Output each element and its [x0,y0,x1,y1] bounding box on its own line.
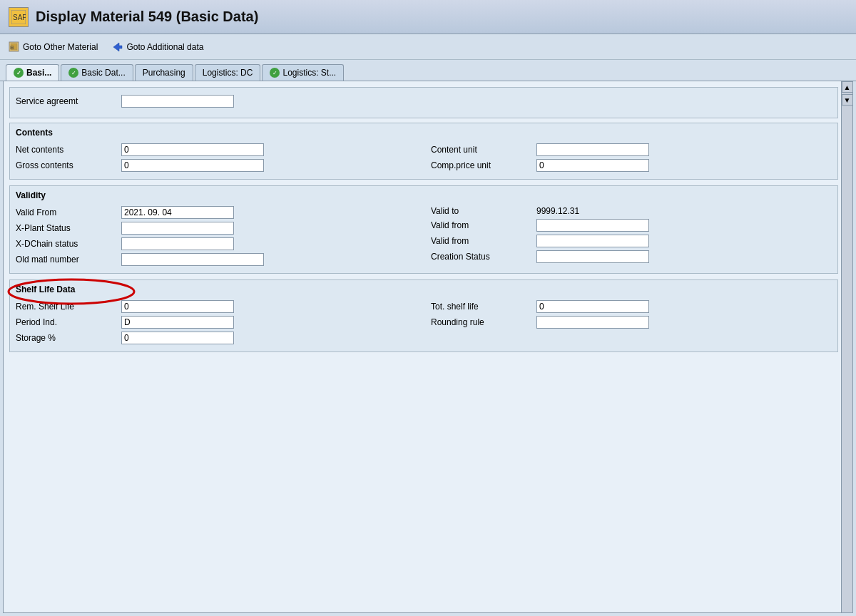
page-title: Display Material 549 (Basic Data) [36,9,258,25]
net-contents-input[interactable] [121,143,264,156]
goto-additional-data-label: Goto Additional data [126,42,203,52]
period-ind-input[interactable] [121,316,234,329]
comp-price-unit-row: Comp.price unit [431,159,832,172]
x-plant-status-row: X-Plant Status [16,222,417,235]
old-matl-number-label: Old matl number [16,255,116,265]
gross-contents-label: Gross contents [16,160,116,170]
validity-left: Valid From X-Plant Status X-DChain statu… [16,206,417,269]
tot-shelf-life-row: Tot. shelf life [431,300,832,313]
goto-additional-data-icon [112,41,123,53]
service-agreement-section: Service agreemt [9,87,838,118]
content-unit-input[interactable] [536,143,649,156]
gross-contents-row: Gross contents [16,159,417,172]
goto-other-material-icon: ⊞ [9,41,20,53]
contents-left: Net contents Gross contents [16,143,417,175]
tab-basi-label: Basi... [26,68,51,78]
storage-percent-label: Storage % [16,333,116,343]
rem-shelf-life-label: Rem. Shelf Life [16,302,116,312]
title-bar: SAP Display Material 549 (Basic Data) [0,0,856,34]
valid-to-value: 9999.12.31 [536,206,579,216]
shelf-life-header-container: Shelf Life Data [16,284,75,294]
tab-basi-icon: ✓ [14,68,24,78]
shelf-life-left: Rem. Shelf Life Period Ind. Storage % [16,300,417,347]
goto-other-material-label: Goto Other Material [23,42,98,52]
validity-fields: Valid From X-Plant Status X-DChain statu… [16,206,832,269]
contents-right: Content unit Comp.price unit [431,143,832,175]
contents-header: Contents [16,128,832,139]
valid-to-row: Valid to 9999.12.31 [431,206,832,216]
tot-shelf-life-input[interactable] [536,300,649,313]
goto-other-material-button[interactable]: ⊞ Goto Other Material [9,41,98,53]
valid-from-row: Valid From [16,206,417,219]
valid-from2-row: Valid from [431,219,832,232]
validity-right: Valid to 9999.12.31 Valid from Valid fro… [431,206,832,269]
rounding-rule-label: Rounding rule [431,317,531,327]
comp-price-unit-label: Comp.price unit [431,160,531,170]
goto-additional-data-button[interactable]: Goto Additional data [112,41,203,53]
shelf-life-header: Shelf Life Data [16,284,75,296]
toolbar: ⊞ Goto Other Material Goto Additional da… [0,34,856,60]
tab-logistics-dc[interactable]: Logistics: DC [195,64,261,81]
period-ind-label: Period Ind. [16,317,116,327]
creation-status-input[interactable] [536,250,649,263]
x-plant-status-input[interactable] [121,222,234,235]
service-agreemt-input[interactable] [121,95,234,108]
main-content: Service agreemt Contents Net contents Gr… [3,81,853,613]
scroll-up-arrow[interactable]: ▲ [842,81,853,93]
scroll-down-arrow[interactable]: ▼ [842,94,853,106]
valid-from3-row: Valid from [431,235,832,247]
tab-basic-dat-label: Basic Dat... [81,68,125,78]
x-dchain-status-row: X-DChain status [16,237,417,250]
contents-section: Contents Net contents Gross contents Con… [9,123,838,180]
content-unit-row: Content unit [431,143,832,156]
tab-logistics-st[interactable]: ✓ Logistics: St... [262,64,344,81]
creation-status-row: Creation Status [431,250,832,263]
rem-shelf-life-row: Rem. Shelf Life [16,300,417,313]
old-matl-number-input[interactable] [121,253,264,266]
valid-from2-label: Valid from [431,220,531,230]
shelf-life-section: Shelf Life Data Rem. Shelf Life Period I… [9,279,838,352]
tab-purchasing-label: Purchasing [143,68,185,78]
storage-percent-input[interactable] [121,332,234,344]
storage-percent-row: Storage % [16,332,417,344]
shelf-life-fields: Rem. Shelf Life Period Ind. Storage % To… [16,300,832,347]
period-ind-row: Period Ind. [16,316,417,329]
valid-from2-input[interactable] [536,219,649,232]
tabs-bar: ✓ Basi... ✓ Basic Dat... Purchasing Logi… [0,60,856,81]
scrollbar[interactable]: ▲ ▼ [841,81,852,612]
service-agreemt-row: Service agreemt [16,92,832,111]
tot-shelf-life-label: Tot. shelf life [431,302,531,312]
valid-from-label: Valid From [16,207,116,217]
tab-logistics-st-icon: ✓ [270,68,280,78]
x-dchain-status-label: X-DChain status [16,239,116,249]
valid-from3-label: Valid from [431,236,531,246]
tab-basi[interactable]: ✓ Basi... [6,64,59,81]
x-plant-status-label: X-Plant Status [16,223,116,233]
old-matl-number-row: Old matl number [16,253,417,266]
svg-text:⊞: ⊞ [10,45,14,50]
comp-price-unit-input[interactable] [536,159,649,172]
rounding-rule-input[interactable] [536,316,649,329]
tab-logistics-dc-label: Logistics: DC [203,68,253,78]
valid-from3-input[interactable] [536,235,649,247]
x-dchain-status-input[interactable] [121,237,234,250]
net-contents-row: Net contents [16,143,417,156]
contents-fields: Net contents Gross contents Content unit [16,143,832,175]
form-area: Service agreemt Contents Net contents Gr… [4,81,852,612]
creation-status-label: Creation Status [431,252,531,262]
tab-basic-dat[interactable]: ✓ Basic Dat... [61,64,133,81]
valid-to-label: Valid to [431,206,531,216]
svg-marker-5 [113,43,122,51]
validity-header: Validity [16,190,832,202]
rem-shelf-life-input[interactable] [121,300,234,313]
svg-text:SAP: SAP [13,14,26,21]
shelf-life-right: Tot. shelf life Rounding rule [431,300,832,347]
tab-basic-dat-icon: ✓ [68,68,78,78]
tab-purchasing[interactable]: Purchasing [135,64,193,81]
service-agreemt-label: Service agreemt [16,96,116,106]
valid-from-input[interactable] [121,206,234,219]
sap-icon: SAP [9,7,29,27]
tab-logistics-st-label: Logistics: St... [282,68,336,78]
gross-contents-input[interactable] [121,159,264,172]
content-unit-label: Content unit [431,145,531,155]
